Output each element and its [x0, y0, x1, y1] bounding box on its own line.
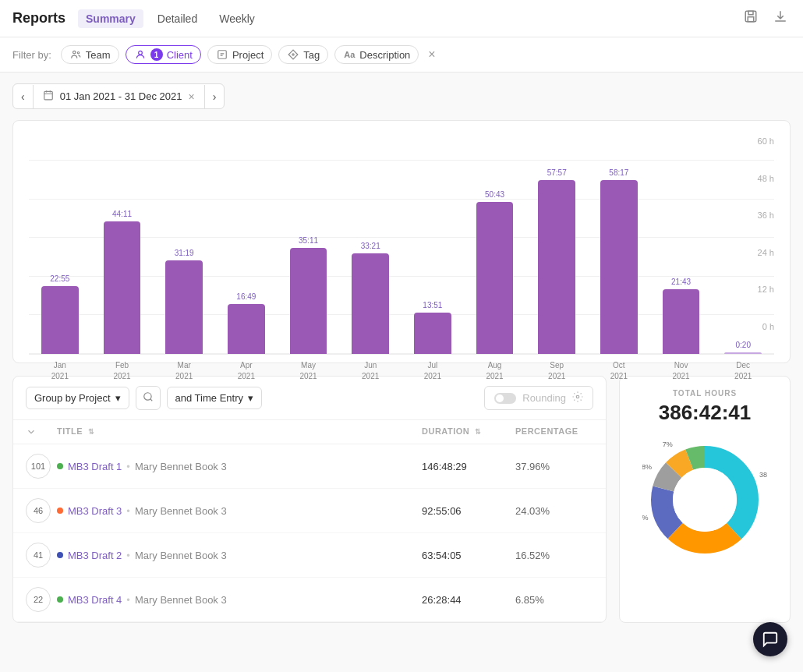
- tab-detailed[interactable]: Detailed: [150, 9, 205, 28]
- chat-button[interactable]: [753, 622, 787, 635]
- date-prev-button[interactable]: ‹: [13, 85, 34, 108]
- rounding-toggle[interactable]: Rounding: [484, 386, 593, 410]
- row-percentage-2: 16.52%: [515, 550, 593, 561]
- bar-label-dec: 0:20: [735, 341, 750, 349]
- table-row[interactable]: 46 MB3 Draft 3 • Mary Bennet Book 3 92:5…: [13, 489, 606, 533]
- y-label: 24 h: [758, 248, 774, 257]
- bar-jun[interactable]: 33:21: [352, 253, 389, 354]
- table-row[interactable]: 22 MB3 Draft 4 • Mary Bennet Book 3 26:2…: [13, 578, 606, 622]
- bar-label-apr: 16:49: [236, 292, 256, 301]
- project-icon: [216, 48, 228, 61]
- filter-chip-description[interactable]: Aa Description: [334, 45, 419, 64]
- col-title-header[interactable]: TITLE ⇅: [57, 426, 422, 437]
- bar-label-sep: 57:57: [547, 168, 567, 177]
- filter-chip-team[interactable]: Team: [61, 45, 119, 64]
- row-client-1: Mary Bennet Book 3: [135, 505, 227, 517]
- bar-apr[interactable]: 16:49: [228, 304, 265, 354]
- download-button[interactable]: [770, 6, 791, 30]
- bar-oct[interactable]: 58:17: [600, 180, 638, 354]
- bar-col-feb[interactable]: 44:11Feb 2021: [91, 160, 154, 354]
- top-nav: Reports Summary Detailed Weekly: [0, 0, 803, 37]
- row-percentage-3: 6.85%: [515, 594, 593, 606]
- donut-label-1: 24%: [698, 561, 712, 562]
- bar-may[interactable]: 35:11: [290, 248, 327, 354]
- filter-chip-project[interactable]: Project: [207, 45, 272, 64]
- date-range-selector: ‹ 01 Jan 2021 - 31 Dec 2021 × ›: [12, 83, 225, 109]
- bar-col-jan[interactable]: 22:55Jan 2021: [29, 160, 91, 354]
- donut-label-4: 7%: [663, 440, 673, 448]
- search-button[interactable]: [136, 386, 161, 410]
- bar-aug[interactable]: 50:43: [476, 202, 514, 355]
- row-duration-3: 26:28:44: [422, 594, 515, 606]
- row-percentage-1: 24.03%: [515, 505, 593, 517]
- client-chip-label: Client: [167, 49, 193, 61]
- bar-col-aug[interactable]: 50:43Aug 2021: [464, 160, 526, 354]
- bar-month-aug: Aug 2021: [486, 360, 503, 382]
- bar-col-sep[interactable]: 57:57Sep 2021: [525, 160, 588, 354]
- bar-col-nov[interactable]: 21:43Nov 2021: [650, 160, 713, 354]
- bar-col-mar[interactable]: 31:19Mar 2021: [153, 160, 215, 354]
- row-count-1: 46: [26, 498, 57, 523]
- bar-col-jun[interactable]: 33:21Jun 2021: [339, 160, 402, 354]
- bar-mar[interactable]: 31:19: [165, 260, 203, 354]
- svg-line-13: [150, 399, 152, 401]
- rounding-switch[interactable]: [494, 393, 516, 404]
- filter-chip-client[interactable]: 1 Client: [126, 45, 201, 64]
- bar-label-mar: 31:19: [175, 249, 194, 257]
- filter-label: Filter by:: [12, 49, 51, 61]
- row-sep-0: •: [126, 461, 130, 472]
- bar-col-oct[interactable]: 58:17Oct 2021: [588, 160, 650, 354]
- save-button[interactable]: [741, 6, 761, 30]
- filter-chip-tag[interactable]: Tag: [278, 45, 328, 64]
- y-label: 36 h: [758, 210, 774, 220]
- bar-col-may[interactable]: 35:11May 2021: [278, 160, 340, 354]
- bar-label-may: 35:11: [299, 236, 318, 245]
- tab-weekly[interactable]: Weekly: [211, 9, 263, 28]
- bar-col-apr[interactable]: 16:49Apr 2021: [215, 160, 278, 354]
- bar-month-oct: Oct 2021: [610, 360, 628, 382]
- col-duration-header[interactable]: DURATION ⇅: [422, 426, 515, 437]
- row-project-2: MB3 Draft 2: [68, 550, 122, 561]
- chart-bars: 22:55Jan 202144:11Feb 202131:19Mar 20211…: [29, 160, 774, 355]
- summary-section: TOTAL HOURS 386:42:41 38%24%17%8%7%6%: [619, 376, 791, 623]
- col-toggle-header[interactable]: [26, 426, 57, 437]
- bar-month-feb: Feb 2021: [113, 360, 130, 382]
- row-title-0: MB3 Draft 1 • Mary Bennet Book 3: [57, 461, 422, 472]
- bar-col-jul[interactable]: 13:51Jul 2021: [402, 160, 464, 354]
- date-next-button[interactable]: ›: [204, 85, 225, 108]
- row-count-badge-2: 41: [26, 543, 51, 568]
- table-row[interactable]: 101 MB3 Draft 1 • Mary Bennet Book 3 146…: [13, 444, 606, 489]
- row-title-3: MB3 Draft 4 • Mary Bennet Book 3: [57, 594, 422, 606]
- bar-sep[interactable]: 57:57: [538, 180, 575, 354]
- time-entry-dropdown[interactable]: and Time Entry ▾: [167, 387, 262, 409]
- bar-month-nov: Nov 2021: [672, 360, 689, 382]
- rounding-settings-button[interactable]: [572, 391, 583, 405]
- bar-jul[interactable]: 13:51: [414, 313, 451, 354]
- row-dot-2: [57, 552, 63, 558]
- group-by-chevron: ▾: [115, 392, 121, 404]
- bar-label-nov: 21:43: [671, 278, 691, 286]
- group-by-label: Group by Project: [34, 392, 111, 404]
- tab-summary[interactable]: Summary: [78, 9, 143, 28]
- project-chip-label: Project: [232, 49, 264, 61]
- date-range-text: 01 Jan 2021 - 31 Dec 2021: [60, 90, 182, 102]
- svg-point-7: [292, 54, 294, 55]
- time-entry-chevron: ▾: [248, 392, 253, 404]
- svg-point-12: [143, 393, 150, 400]
- svg-rect-6: [218, 51, 227, 59]
- bar-dec[interactable]: 0:20: [724, 352, 762, 354]
- row-duration-0: 146:48:29: [422, 461, 515, 472]
- bar-jan[interactable]: 22:55: [41, 286, 79, 354]
- bar-feb[interactable]: 44:11: [104, 221, 141, 354]
- chart-area: 22:55Jan 202144:11Feb 202131:19Mar 20211…: [29, 136, 774, 355]
- group-by-dropdown[interactable]: Group by Project ▾: [26, 387, 129, 409]
- app-title: Reports: [12, 10, 65, 27]
- row-dot-1: [57, 508, 63, 514]
- table-row[interactable]: 41 MB3 Draft 2 • Mary Bennet Book 3 63:5…: [13, 533, 606, 578]
- filter-clear-button[interactable]: ×: [425, 48, 438, 62]
- row-project-3: MB3 Draft 4: [68, 594, 122, 606]
- row-count-2: 41: [26, 543, 57, 568]
- date-clear-button[interactable]: ×: [189, 90, 195, 103]
- bar-nov[interactable]: 21:43: [663, 289, 700, 354]
- bar-month-jun: Jun 2021: [362, 360, 379, 382]
